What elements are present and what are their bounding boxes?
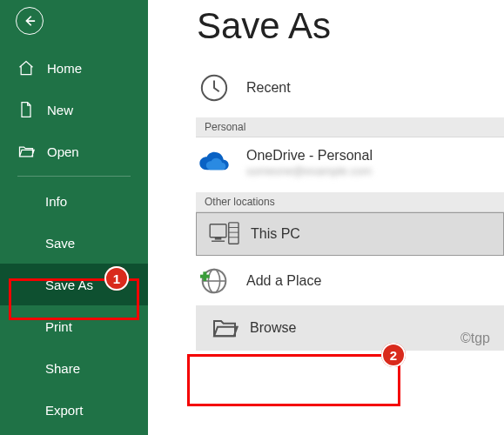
location-onedrive[interactable]: OneDrive - Personal someone@example.com (196, 137, 504, 187)
svg-rect-4 (229, 223, 239, 244)
nav-label: Share (45, 361, 80, 376)
nav-save-as[interactable]: Save As (0, 264, 148, 305)
nav-label: Save As (45, 278, 93, 292)
nav-label: Save (45, 236, 75, 251)
page-title: Save As (197, 5, 504, 47)
watermark: ©tgp (460, 331, 490, 346)
nav-save[interactable]: Save (0, 222, 148, 264)
nav-export[interactable]: Export (0, 389, 148, 431)
nav-new[interactable]: New (0, 89, 148, 130)
svg-rect-1 (210, 224, 226, 238)
this-pc-icon (209, 221, 242, 247)
location-label: This PC (251, 226, 300, 242)
onedrive-icon (197, 151, 232, 175)
nav-share[interactable]: Share (0, 347, 148, 389)
location-account: someone@example.com (246, 164, 373, 177)
sidebar: Home New Open Info Save Save As Print Sh… (0, 0, 148, 435)
nav-label: Export (45, 403, 83, 418)
back-button[interactable] (16, 7, 44, 35)
location-this-pc[interactable]: This PC (196, 212, 504, 256)
location-label: Recent (246, 80, 291, 96)
location-recent[interactable]: Recent (196, 63, 504, 112)
divider (17, 176, 131, 177)
folder-browse-icon (211, 314, 239, 342)
nav-label: Open (47, 144, 79, 159)
folder-open-icon (17, 143, 35, 160)
file-icon (17, 101, 35, 118)
add-place-icon (200, 267, 228, 295)
nav-home[interactable]: Home (0, 47, 148, 89)
nav-label: Home (47, 61, 82, 76)
main-pane: Save As Recent Personal OneDrive - Perso… (148, 0, 504, 435)
nav-print[interactable]: Print (0, 305, 148, 347)
location-label: Browse (250, 320, 296, 336)
section-personal: Personal (196, 117, 504, 137)
home-icon (17, 59, 35, 77)
clock-icon (199, 73, 229, 103)
location-add-place[interactable]: Add a Place (196, 256, 504, 305)
nav-label: New (47, 103, 73, 117)
nav-open[interactable]: Open (0, 130, 148, 172)
nav-info[interactable]: Info (0, 180, 148, 222)
location-label: OneDrive - Personal (246, 148, 373, 164)
location-browse[interactable]: Browse (196, 305, 504, 351)
back-arrow-icon (24, 15, 36, 27)
svg-rect-3 (212, 241, 225, 242)
location-label: Add a Place (246, 273, 321, 289)
svg-rect-2 (215, 238, 222, 240)
section-other: Other locations (196, 192, 504, 212)
nav-label: Print (45, 319, 72, 334)
nav-label: Info (45, 194, 67, 209)
